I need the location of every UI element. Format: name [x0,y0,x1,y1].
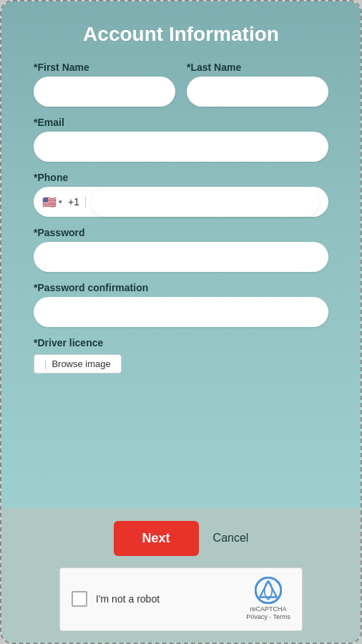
phone-input-wrapper: 🇺🇸 ▾ +1 [34,187,328,217]
page-title: Account Information [34,23,328,46]
phone-number-input[interactable] [90,187,320,217]
first-name-label: *First Name [34,62,175,73]
next-button[interactable]: Next [114,521,199,556]
cancel-button[interactable]: Cancel [213,532,249,545]
form-area: Account Information *First Name *Last Na… [1,1,361,508]
page-wrapper: Account Information *First Name *Last Na… [0,0,362,644]
action-row: Next Cancel [114,521,249,556]
country-flag-selector[interactable]: 🇺🇸 ▾ [42,195,62,209]
password-confirm-group: *Password confirmation [34,282,328,327]
bottom-area: Next Cancel I'm not a robot reCAPTCHAPri… [1,508,361,643]
password-input[interactable] [34,242,328,272]
password-confirm-label: *Password confirmation [34,282,328,293]
first-name-input[interactable] [34,77,175,107]
us-flag-icon: 🇺🇸 [42,195,57,209]
phone-prefix: +1 [68,196,86,208]
phone-group: *Phone 🇺🇸 ▾ +1 [34,172,328,217]
last-name-group: *Last Name [187,62,328,107]
email-input[interactable] [34,132,328,162]
driver-licence-label: *Driver licence [34,337,328,348]
recaptcha-logo: reCAPTCHAPrivacy - Terms [246,577,290,622]
recaptcha-left: I'm not a robot [72,591,160,607]
password-group: *Password [34,227,328,272]
first-name-group: *First Name [34,62,175,107]
recaptcha-label: I'm not a robot [96,593,160,605]
email-label: *Email [34,117,328,128]
chevron-down-icon: ▾ [59,198,62,205]
recaptcha-checkbox[interactable] [72,591,87,607]
name-row: *First Name *Last Name [34,62,328,107]
last-name-label: *Last Name [187,62,328,73]
email-group: *Email [34,117,328,162]
browse-image-button[interactable]: Browse image [34,354,122,374]
driver-licence-section: *Driver licence Browse image [34,337,328,374]
recaptcha-brand: reCAPTCHAPrivacy - Terms [246,605,290,622]
phone-label: *Phone [34,172,328,183]
recaptcha-icon [255,577,282,604]
password-label: *Password [34,227,328,238]
password-confirm-input[interactable] [34,297,328,327]
recaptcha-box: I'm not a robot reCAPTCHAPrivacy - Terms [59,567,303,631]
last-name-input[interactable] [187,77,328,107]
